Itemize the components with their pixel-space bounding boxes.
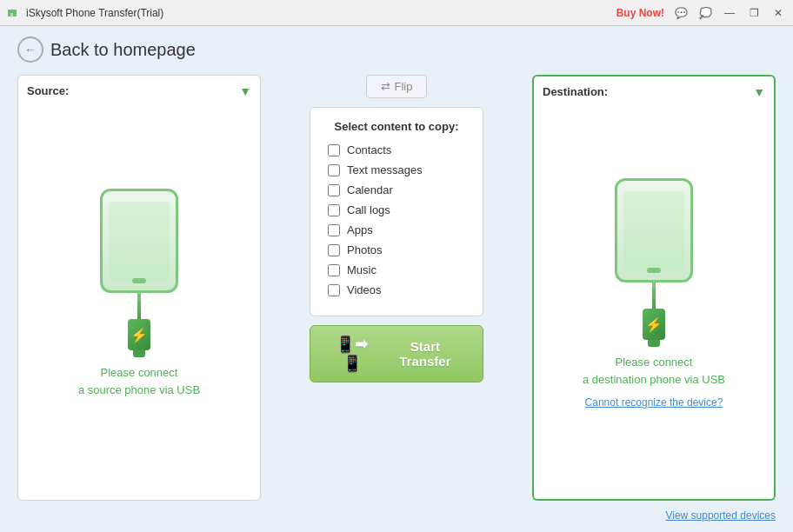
checkbox-text-messages-label: Text messages [347, 163, 423, 176]
app-title: iSkysoft Phone Transfer(Trial) [26, 7, 163, 19]
titlebar-left: iSkysoft Phone Transfer(Trial) [7, 6, 163, 20]
checkbox-text-messages-input[interactable] [328, 164, 340, 176]
checkbox-contacts-label: Contacts [347, 143, 391, 156]
source-phone-body [100, 189, 178, 293]
destination-panel: Destination: ▼ ⚡ Please connecta destina… [532, 75, 776, 501]
checkbox-call-logs[interactable]: Call logs [328, 203, 465, 216]
source-connect-text: Please connecta source phone via USB [78, 364, 200, 398]
source-usb-cable: ⚡ [128, 293, 150, 357]
flip-button[interactable]: ⇄ Flip [366, 75, 428, 98]
panels-row: Source: ▼ ⚡ Please connecta source phone… [17, 75, 776, 501]
checkbox-apps-input[interactable] [328, 224, 340, 236]
checkbox-videos-label: Videos [347, 283, 382, 296]
checkbox-apps[interactable]: Apps [328, 223, 465, 236]
destination-usb-line [652, 283, 656, 309]
checkbox-videos[interactable]: Videos [328, 283, 465, 296]
footer: View supported devices [17, 504, 776, 522]
middle-section: ⇄ Flip Select content to copy: Contacts … [261, 75, 532, 501]
restore-button[interactable]: ❐ [746, 5, 762, 21]
destination-label: Destination: [543, 85, 608, 98]
app-icon [7, 6, 21, 20]
chat-icon[interactable]: 💭 [697, 5, 713, 21]
checkbox-contacts[interactable]: Contacts [328, 143, 465, 156]
checkbox-calendar-label: Calendar [347, 183, 393, 196]
cannot-recognize-link[interactable]: Cannot recognize the device? [585, 396, 723, 409]
close-button[interactable]: ✕ [770, 5, 786, 21]
destination-dropdown-arrow[interactable]: ▼ [753, 85, 765, 99]
checkbox-calendar-input[interactable] [328, 184, 340, 196]
destination-usb-end [648, 340, 660, 347]
destination-phone-button [647, 268, 661, 273]
destination-usb-cable: ⚡ [643, 283, 665, 347]
checkbox-music-label: Music [347, 263, 377, 276]
checkbox-photos-label: Photos [347, 243, 382, 256]
source-phone-screen [109, 202, 170, 280]
titlebar: iSkysoft Phone Transfer(Trial) Buy Now! … [0, 0, 793, 26]
transfer-icon: 📱➡📱 [328, 335, 377, 373]
checkbox-apps-label: Apps [347, 223, 373, 236]
message-icon[interactable]: 💬 [673, 5, 689, 21]
checkbox-videos-input[interactable] [328, 284, 340, 296]
checkbox-photos-input[interactable] [328, 244, 340, 256]
checkbox-text-messages[interactable]: Text messages [328, 163, 465, 176]
source-panel: Source: ▼ ⚡ Please connecta source phone… [17, 75, 261, 501]
flip-icon: ⇄ [381, 80, 390, 93]
checkbox-contacts-input[interactable] [328, 144, 340, 156]
back-row: ← Back to homepage [17, 37, 776, 63]
checkbox-calendar[interactable]: Calendar [328, 183, 465, 196]
page-title: Back to homepage [50, 40, 196, 60]
source-phone-container: ⚡ Please connecta source phone via USB [78, 104, 200, 482]
destination-usb-icon: ⚡ [645, 316, 663, 333]
source-usb-plug: ⚡ [128, 319, 150, 350]
view-supported-devices-link[interactable]: View supported devices [665, 509, 776, 522]
checkbox-music[interactable]: Music [328, 263, 465, 276]
destination-phone-screen [623, 191, 684, 269]
buy-now-button[interactable]: Buy Now! [616, 7, 664, 19]
destination-phone-body [615, 178, 693, 283]
checkbox-call-logs-input[interactable] [328, 204, 340, 216]
svg-rect-1 [10, 13, 13, 17]
main-content: ← Back to homepage Source: ▼ ⚡ Ple [0, 26, 793, 532]
content-selector-box: Select content to copy: Contacts Text me… [310, 107, 483, 316]
source-phone-button [132, 278, 146, 283]
source-usb-icon: ⚡ [130, 327, 148, 343]
flip-label: Flip [395, 80, 413, 93]
checkbox-music-input[interactable] [328, 264, 340, 276]
checkbox-call-logs-label: Call logs [347, 203, 390, 216]
destination-connect-text: Please connecta destination phone via US… [583, 354, 725, 388]
titlebar-right: Buy Now! 💬 💭 — ❐ ✕ [616, 5, 786, 21]
source-usb-end [133, 350, 145, 357]
source-label: Source: [27, 84, 69, 97]
destination-phone-container: ⚡ Please connecta destination phone via … [583, 105, 725, 482]
content-selector-title: Select content to copy: [328, 120, 465, 133]
start-transfer-label: Start Transfer [385, 339, 465, 369]
start-transfer-button[interactable]: 📱➡📱 Start Transfer [310, 325, 483, 382]
back-button[interactable]: ← [17, 37, 43, 63]
checkbox-photos[interactable]: Photos [328, 243, 465, 256]
source-dropdown-arrow[interactable]: ▼ [239, 84, 251, 98]
destination-usb-plug: ⚡ [643, 309, 665, 340]
source-usb-line [137, 293, 141, 319]
minimize-button[interactable]: — [722, 5, 737, 21]
